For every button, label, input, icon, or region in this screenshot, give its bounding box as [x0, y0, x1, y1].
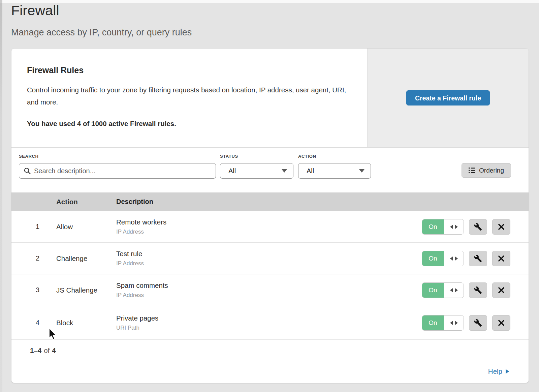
pagination-of: of [44, 346, 50, 355]
page-subtitle: Manage access by IP, country, or query r… [11, 27, 192, 38]
help-link[interactable]: Help [488, 367, 509, 375]
action-select[interactable]: All [298, 163, 371, 179]
close-icon [498, 287, 505, 294]
resize-arrows-icon [444, 219, 464, 234]
rule-description: Remote workers [116, 218, 422, 226]
edit-rule-button[interactable] [469, 282, 487, 298]
rule-description-cell: Test rule IP Address [116, 250, 422, 267]
rule-action: Block [56, 319, 116, 327]
rule-priority: 4 [11, 319, 56, 327]
search-box[interactable] [19, 163, 216, 179]
page-title: Firewall [11, 3, 192, 19]
delete-rule-button[interactable] [492, 282, 510, 298]
rule-description-cell: Spam comments IP Address [116, 281, 422, 299]
window-left-edge [0, 0, 2, 392]
rule-priority: 3 [11, 286, 56, 294]
wrench-icon [474, 319, 482, 327]
rule-enabled-toggle[interactable]: On [422, 219, 464, 235]
hero-description: Control incoming traffic to your zone by… [27, 84, 347, 108]
rule-priority: 1 [11, 223, 56, 231]
rule-description: Private pages [116, 314, 422, 322]
firewall-rules-card: Firewall Rules Control incoming traffic … [11, 48, 529, 383]
caret-right-icon [506, 369, 509, 374]
resize-arrows-icon [444, 283, 464, 298]
status-selected-value: All [228, 167, 236, 175]
description-column-header: Description [116, 198, 510, 206]
resize-arrows-icon [444, 251, 464, 266]
action-filter-group: ACTION All [298, 154, 371, 179]
rule-description-cell: Remote workers IP Address [116, 218, 422, 235]
rule-match-type: IP Address [116, 260, 422, 267]
rule-controls: On [422, 251, 510, 266]
rule-controls: On [422, 315, 510, 331]
edit-rule-button[interactable] [469, 315, 487, 331]
pagination: 1–4 of 4 [11, 340, 529, 361]
table-row: 3 JS Challenge Spam comments IP Address … [11, 274, 529, 306]
hero-title: Firewall Rules [27, 65, 347, 75]
search-filter-group: SEARCH [19, 154, 216, 179]
rule-controls: On [422, 219, 510, 235]
rules-usage-text: You have used 4 of 1000 active Firewall … [27, 120, 347, 128]
rule-description: Test rule [116, 250, 422, 258]
toggle-on-label: On [422, 219, 444, 234]
page-header: Firewall Manage access by IP, country, o… [11, 3, 192, 38]
chevron-down-icon [359, 169, 364, 173]
toggle-on-label: On [422, 315, 444, 330]
rule-match-type: IP Address [116, 292, 422, 299]
rule-description: Spam comments [116, 281, 422, 290]
action-column-header: Action [56, 198, 116, 206]
toggle-on-label: On [422, 251, 444, 266]
resize-arrows-icon [444, 315, 464, 330]
status-label: STATUS [220, 154, 293, 159]
create-firewall-rule-button[interactable]: Create a Firewall rule [406, 90, 490, 105]
edit-rule-button[interactable] [469, 251, 487, 266]
ordering-button[interactable]: Ordering [462, 163, 511, 178]
table-row: 1 Allow Remote workers IP Address On [11, 211, 529, 243]
card-footer: Help [11, 361, 529, 382]
wrench-icon [474, 286, 482, 294]
rule-action: Challenge [56, 254, 116, 263]
rule-match-type: URI Path [116, 325, 422, 331]
hero-section: Firewall Rules Control incoming traffic … [11, 49, 529, 148]
table-row: 2 Challenge Test rule IP Address On [11, 243, 529, 274]
rule-action: JS Challenge [56, 286, 116, 294]
wrench-icon [474, 254, 482, 263]
delete-rule-button[interactable] [492, 251, 510, 266]
ordering-button-label: Ordering [479, 167, 504, 174]
close-icon [498, 223, 505, 230]
rule-action: Allow [56, 223, 116, 231]
wrench-icon [474, 223, 482, 231]
hero-action-panel: Create a Firewall rule [367, 49, 529, 147]
delete-rule-button[interactable] [492, 219, 510, 235]
edit-rule-button[interactable] [469, 219, 487, 235]
chevron-down-icon [282, 169, 287, 173]
rule-enabled-toggle[interactable]: On [422, 315, 464, 331]
close-icon [498, 255, 505, 262]
rule-match-type: IP Address [116, 229, 422, 235]
rule-priority: 2 [11, 254, 56, 262]
rule-enabled-toggle[interactable]: On [422, 282, 464, 298]
close-icon [498, 320, 505, 326]
help-link-label: Help [488, 367, 502, 375]
action-label: ACTION [298, 154, 371, 159]
search-input[interactable] [34, 167, 211, 175]
toggle-on-label: On [422, 283, 444, 298]
ordered-list-icon [469, 168, 475, 173]
search-icon [24, 168, 31, 174]
rule-description-cell: Private pages URI Path [116, 314, 422, 331]
hero-text-panel: Firewall Rules Control incoming traffic … [11, 49, 367, 147]
status-select[interactable]: All [220, 163, 293, 179]
action-selected-value: All [307, 167, 314, 175]
rule-controls: On [422, 282, 510, 298]
search-label: SEARCH [19, 154, 216, 159]
filter-bar: SEARCH STATUS All ACTION All [11, 148, 529, 192]
table-row: 4 Block Private pages URI Path On [11, 306, 529, 340]
status-filter-group: STATUS All [220, 154, 293, 179]
pagination-total: 4 [52, 346, 56, 355]
table-header: Action Description [11, 192, 529, 211]
pagination-range: 1–4 [30, 346, 41, 355]
delete-rule-button[interactable] [492, 315, 510, 331]
rule-enabled-toggle[interactable]: On [422, 251, 464, 266]
